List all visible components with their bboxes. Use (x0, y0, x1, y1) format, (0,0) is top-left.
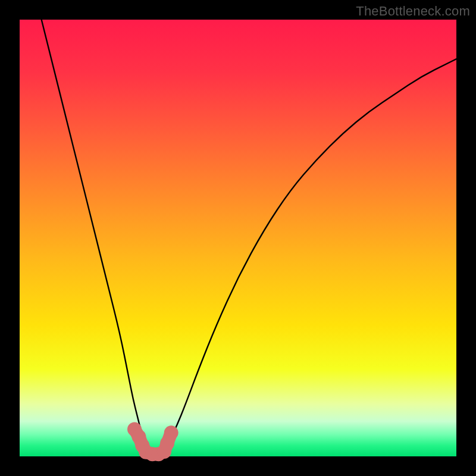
chart-frame: TheBottleneck.com (0, 0, 476, 476)
chart-canvas (0, 0, 476, 476)
